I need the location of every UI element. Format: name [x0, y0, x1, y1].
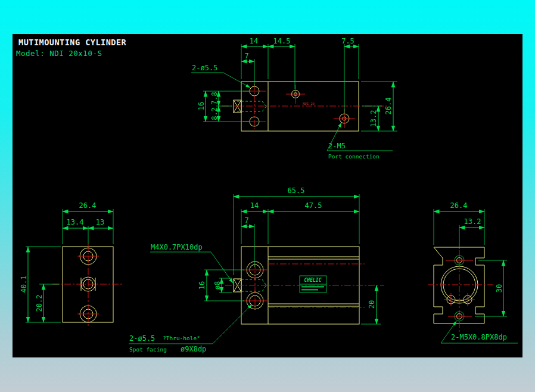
dim-30: 30	[495, 284, 503, 293]
dim-47-5: 47.5	[305, 201, 322, 210]
dim-7: 7	[244, 52, 248, 60]
label-rod-thread: M4X0.7PX10dp	[151, 243, 203, 251]
brand-fineprint-line	[301, 286, 324, 288]
label-spot-facing-size: ø9X8dp	[181, 345, 206, 353]
dim-20-2: 20.2	[35, 295, 43, 312]
label-holes: 2-ø5.5	[192, 64, 217, 72]
dim-7-8: 7.8	[210, 92, 219, 105]
brand-logo: CHELIC	[304, 278, 322, 283]
dim-65-5: 65.5	[288, 186, 305, 195]
drawing-canvas	[13, 34, 522, 357]
dim-16: 16	[198, 281, 206, 290]
dim-14-5: 14.5	[273, 37, 291, 45]
dim-dia8: ø8	[213, 281, 222, 290]
model-label: Model: NDI 20x10-S	[16, 49, 102, 58]
label-spot-facing: Spot facing	[129, 346, 167, 353]
dim-26-4: 26.4	[384, 98, 393, 115]
brand-fineprint-line	[301, 289, 318, 291]
label-port-sub: Port connection	[328, 153, 380, 160]
dim-20: 20	[368, 300, 376, 309]
label-thru-hole-note: ?Thru-hole°	[163, 335, 200, 341]
dim-7-5: 7.5	[341, 37, 354, 45]
page-title: MUTIMOUNTING CYLINDER	[18, 38, 127, 47]
dim-40-1: 40.1	[20, 276, 28, 293]
dim-26-4: 26.4	[450, 201, 468, 210]
dim-16: 16	[197, 102, 206, 110]
dim-8-2: 8.2	[210, 107, 219, 120]
dim-26-4: 26.4	[79, 201, 97, 210]
label-thru-hole: 2-ø5.5	[129, 334, 155, 343]
dim-14: 14	[250, 201, 259, 210]
label-thread: 2-M5X0.8PX8dp	[451, 333, 507, 341]
dim-13-2: 13.2	[369, 110, 378, 127]
dim-14: 14	[250, 37, 258, 45]
dim-13: 13	[96, 218, 104, 226]
dim-7: 7	[244, 216, 248, 225]
dim-13-2: 13.2	[464, 217, 481, 226]
cad-drawing: MUTIMOUNTING CYLINDER Model: NDI 20x10-S	[0, 0, 535, 392]
dim-13-4: 13.4	[67, 218, 84, 226]
part-mark: NDI 20	[303, 102, 315, 105]
